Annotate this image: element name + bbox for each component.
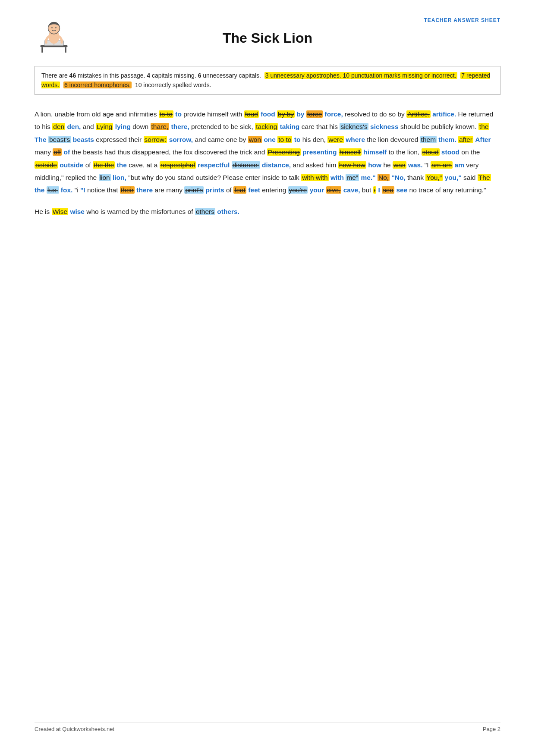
svg-rect-1: [41, 47, 43, 53]
passage: A lion, unable from old age and infirmit…: [35, 108, 500, 218]
logo-icon: [35, 17, 73, 56]
info-box: There are 46 mistakes in this passage. 4…: [35, 66, 500, 95]
logo-area: [35, 17, 82, 57]
footer-right: Page 2: [483, 726, 500, 732]
page: TEACHER ANSWER SHEET: [0, 0, 535, 756]
svg-point-7: [51, 27, 53, 28]
footer-left: Created at Quickworksheets.net: [35, 726, 114, 732]
page-title: The Sick Lion: [82, 30, 453, 46]
svg-rect-2: [65, 47, 66, 53]
footer: Created at Quickworksheets.net Page 2: [35, 722, 500, 732]
teacher-answer-label: TEACHER ANSWER SHEET: [424, 17, 500, 23]
svg-point-8: [55, 27, 57, 28]
